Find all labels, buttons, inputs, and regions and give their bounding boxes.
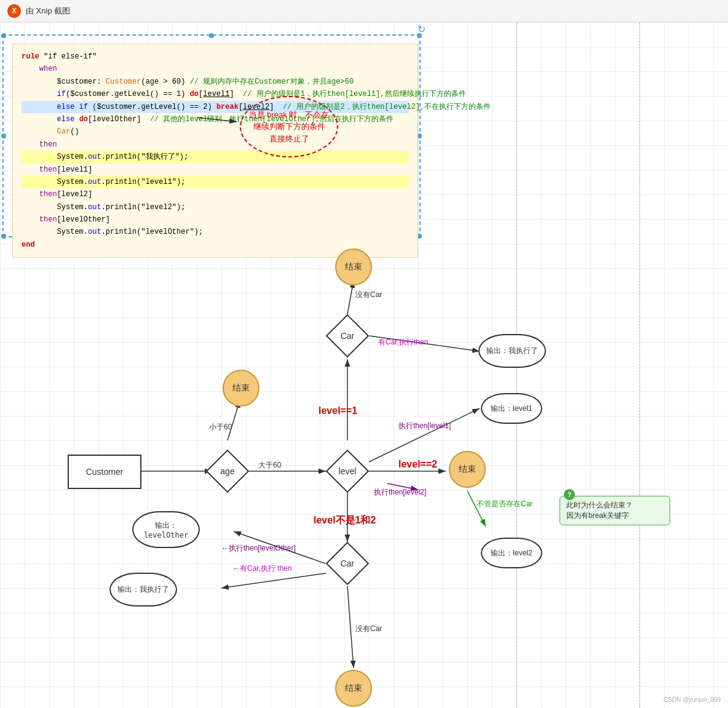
end-node-right: 结束 [449,451,486,488]
customer-node: Customer [68,455,141,489]
label-no-matter-car: 不管是否存在Car [477,499,532,509]
handle-bottomleft[interactable] [1,234,6,239]
label-level-eq2: level==2 [398,459,437,470]
car-bottom-label: Car [326,542,369,585]
code-line-10: then[level1] [22,164,409,176]
comment-why-end: 此时为什么会结束？因为有break关键字 [560,496,670,525]
level-container: level [326,450,369,493]
out-level2: 输出：level2 [481,538,542,568]
level-label: level [326,450,369,493]
code-line-11: System.out.println("level1"); [22,176,409,188]
car-bottom-container: Car [326,542,369,585]
comment-text: 此时为什么会结束？因为有break关键字 [566,500,663,521]
code-line-15: System.out.println("levelOther"); [22,226,409,238]
out-then-bottom: 输出：我执行了 [109,573,177,607]
handle-topleft[interactable] [1,33,6,38]
handle-topright[interactable] [417,33,422,38]
code-line-6: else do[levelOther] // 其他的level级别，执行then… [22,113,409,125]
watermark: CSDN @yunjun_009 [663,696,721,703]
end-node-top: 结束 [335,249,372,285]
code-line-8: then [22,138,409,151]
out-levelother: 输出：levelOther [132,511,200,548]
end-node-bottom: 结束 [335,670,372,707]
code-line-13: System.out.println("level2"); [22,201,409,213]
refresh-icon[interactable]: ↻ [417,23,425,35]
code-line-1: rule "if else-if" [22,50,409,63]
age-container: age [206,450,249,493]
annotation-text: 当是 break 时，不会在继续判断下方的条件直接终止了 [249,109,330,145]
age-label: age [206,450,249,493]
canvas: ↻ rule "if else-if" when $customer: Cust… [0,22,728,708]
code-line-7: Car() [22,125,409,138]
svg-line-6 [228,400,240,440]
label-less60: 小于60 [209,422,232,432]
out-then-top: 输出：我执行了 [478,334,546,368]
label-no-car-top: 没有Car [355,290,382,300]
out-level1: 输出：level1 [481,393,542,424]
code-line-5: else if ($customer.getLevel() == 2) brea… [22,101,409,113]
label-no-car-bottom: 没有Car [355,624,382,634]
handle-left[interactable] [1,133,6,138]
app-logo: X [7,4,21,18]
code-line-12: then[level2] [22,188,409,201]
code-line-9: System.out.println("我执行了"); [22,151,409,163]
svg-line-16 [347,586,354,668]
label-has-car-top: 有Car,执行then [378,337,428,348]
titlebar: X 由 Xnip 截图 [0,0,728,22]
label-greater60: 大于60 [258,460,281,471]
svg-line-9 [347,280,354,314]
code-line-14: then[levelOther] [22,213,409,226]
label-level-eq1: level==1 [318,405,357,416]
end-node-left: 结束 [223,370,259,407]
app-title: 由 Xnip 截图 [26,6,70,17]
car-top-container: Car [326,314,369,357]
annotation-bubble: 当是 break 时，不会在继续判断下方的条件直接终止了 [240,96,338,157]
code-block: rule "if else-if" when $customer: Custom… [12,44,418,258]
label-exec-levelother: ←执行then[levelOther] [221,543,296,554]
code-line-2: when [22,63,409,75]
code-line-3: $customer: Customer(age > 60) // 规则内存中存在… [22,76,409,88]
label-has-car-bottom: ←有Car,执行 then [232,563,292,574]
label-level-not12: level不是1和2 [314,514,376,527]
code-line-4: if($customer.getLevel() == 1) do[level1]… [22,88,409,100]
separator-line-2 [639,22,640,708]
label-exec-level2: 执行then[level2] [374,487,426,498]
label-exec-level1: 执行then[level1] [398,421,451,431]
handle-top[interactable] [209,33,214,38]
svg-line-17 [221,573,326,588]
car-top-label: Car [326,314,369,357]
